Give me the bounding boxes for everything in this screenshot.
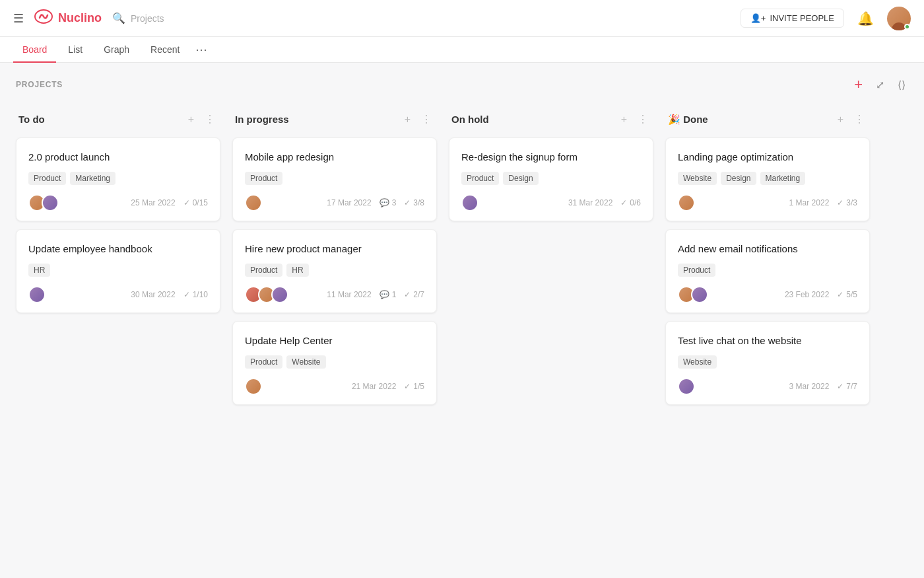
- column-header-todo: To do + ⋮: [16, 106, 220, 132]
- user-avatar-wrap[interactable]: [887, 7, 911, 30]
- tab-recent[interactable]: Recent: [141, 38, 189, 63]
- menu-icon[interactable]: ☰: [13, 11, 24, 26]
- card-check: ✓ 7/7: [837, 382, 857, 391]
- card-date: 23 Feb 2022: [785, 290, 829, 299]
- person-add-icon: 👤+: [750, 13, 766, 23]
- add-column-button[interactable]: +: [851, 73, 865, 96]
- board-header: PROJECTS + ⤢ ⟨⟩: [0, 63, 924, 101]
- tag-design: Design: [503, 172, 538, 185]
- card-title: Hire new product manager: [245, 242, 424, 256]
- tab-board[interactable]: Board: [13, 38, 56, 63]
- card-tags: Product: [678, 264, 857, 277]
- check-icon: ✓: [837, 198, 843, 207]
- card-email-notifications[interactable]: Add new email notifications Product 23 F…: [665, 229, 870, 313]
- invite-label: INVITE PEOPLE: [770, 13, 834, 23]
- add-card-done[interactable]: +: [835, 112, 846, 127]
- tag-marketing: Marketing: [760, 172, 806, 185]
- card-meta: 23 Feb 2022 ✓ 5/5: [785, 290, 857, 299]
- card-tags: Product HR: [245, 264, 424, 277]
- card-comment: 💬 3: [380, 198, 397, 207]
- column-title-onhold: On hold: [451, 114, 489, 125]
- card-date: 30 Mar 2022: [131, 290, 175, 299]
- add-card-inprogress[interactable]: +: [402, 112, 413, 127]
- avatar: [691, 286, 708, 303]
- board-columns: To do + ⋮ 2.0 product launch Product Mar…: [0, 101, 924, 429]
- check-icon: ✓: [620, 198, 627, 207]
- card-hire-pm[interactable]: Hire new product manager Product HR 11 M…: [232, 229, 437, 313]
- search-bar[interactable]: 🔍 Projects: [112, 12, 164, 24]
- tag-product: Product: [245, 264, 282, 277]
- card-help-center[interactable]: Update Help Center Product Website 21 Ma…: [232, 321, 437, 405]
- card-date: 3 Mar 2022: [789, 382, 830, 391]
- tag-website: Website: [678, 355, 717, 369]
- card-tags: Product Marketing: [28, 172, 208, 185]
- card-employee-handbook[interactable]: Update employee handbook HR 30 Mar 2022 …: [16, 229, 220, 313]
- expand-button[interactable]: ⤢: [873, 76, 887, 94]
- avatar: [678, 378, 695, 395]
- card-avatars: [245, 378, 262, 395]
- add-card-todo[interactable]: +: [185, 112, 197, 127]
- card-meta: 17 Mar 2022 💬 3 ✓ 3/8: [327, 198, 424, 207]
- card-avatars: [678, 286, 708, 303]
- avatar: [271, 286, 288, 303]
- more-done[interactable]: ⋮: [851, 112, 867, 127]
- card-footer: 31 Mar 2022 ✓ 0/6: [461, 194, 641, 211]
- add-card-onhold[interactable]: +: [618, 112, 630, 127]
- check-icon: ✓: [183, 198, 190, 207]
- card-tags: Product Design: [461, 172, 641, 185]
- column-actions-done: + ⋮: [835, 112, 867, 127]
- card-avatars: [28, 194, 59, 211]
- card-title: Update employee handbook: [28, 242, 208, 256]
- tag-marketing: Marketing: [70, 172, 116, 185]
- avatar: [461, 194, 478, 211]
- tab-list[interactable]: List: [59, 38, 92, 63]
- card-landing-page[interactable]: Landing page optimization Website Design…: [665, 137, 870, 221]
- card-signup-form[interactable]: Re-design the signup form Product Design…: [449, 137, 653, 221]
- card-check: ✓ 1/10: [183, 290, 208, 299]
- avatar: [28, 286, 46, 303]
- logo[interactable]: Nuclino: [34, 7, 102, 30]
- more-todo[interactable]: ⋮: [202, 112, 218, 127]
- logo-text: Nuclino: [58, 11, 102, 25]
- more-onhold[interactable]: ⋮: [635, 112, 651, 127]
- card-date: 1 Mar 2022: [789, 198, 830, 207]
- card-meta: 11 Mar 2022 💬 1 ✓ 2/7: [327, 290, 424, 299]
- card-date: 25 Mar 2022: [131, 198, 175, 207]
- card-check: ✓ 5/5: [837, 290, 857, 299]
- search-icon: 🔍: [112, 12, 125, 24]
- card-footer: 23 Feb 2022 ✓ 5/5: [678, 286, 857, 303]
- card-avatars: [28, 286, 46, 303]
- tag-product: Product: [245, 355, 282, 369]
- card-footer: 30 Mar 2022 ✓ 1/10: [28, 286, 208, 303]
- card-title: Add new email notifications: [678, 242, 857, 256]
- check-icon: ✓: [404, 198, 411, 207]
- check-icon: ✓: [404, 290, 411, 299]
- card-tags: Product Website: [245, 355, 424, 369]
- card-avatars: [461, 194, 478, 211]
- topbar-left: ☰ Nuclino 🔍 Projects: [13, 7, 741, 30]
- card-title: Update Help Center: [245, 334, 424, 347]
- card-footer: 3 Mar 2022 ✓ 7/7: [678, 378, 857, 395]
- invite-button[interactable]: 👤+ INVITE PEOPLE: [741, 9, 844, 28]
- search-text: Projects: [131, 13, 164, 24]
- card-live-chat[interactable]: Test live chat on the website Website 3 …: [665, 321, 870, 405]
- tab-more-icon[interactable]: ⋯: [191, 37, 211, 62]
- card-footer: 21 Mar 2022 ✓ 1/5: [245, 378, 424, 395]
- avatar: [245, 378, 262, 395]
- card-check: ✓ 0/15: [183, 198, 208, 207]
- card-check: ✓ 2/7: [404, 290, 424, 299]
- column-onhold: On hold + ⋮ Re-design the signup form Pr…: [449, 106, 653, 229]
- column-actions-onhold: + ⋮: [618, 112, 651, 127]
- card-mobile-redesign[interactable]: Mobile app redesign Product 17 Mar 2022 …: [232, 137, 437, 221]
- tag-website: Website: [678, 172, 717, 185]
- check-icon: ✓: [183, 290, 190, 299]
- card-product-launch[interactable]: 2.0 product launch Product Marketing 25 …: [16, 137, 220, 221]
- more-inprogress[interactable]: ⋮: [418, 112, 434, 127]
- card-meta: 31 Mar 2022 ✓ 0/6: [568, 198, 641, 207]
- card-footer: 11 Mar 2022 💬 1 ✓ 2/7: [245, 286, 424, 303]
- tab-graph[interactable]: Graph: [94, 38, 139, 63]
- card-meta: 30 Mar 2022 ✓ 1/10: [131, 290, 208, 299]
- column-title-done: 🎉 Done: [668, 114, 708, 126]
- collapse-button[interactable]: ⟨⟩: [895, 76, 908, 94]
- bell-icon[interactable]: 🔔: [857, 11, 874, 26]
